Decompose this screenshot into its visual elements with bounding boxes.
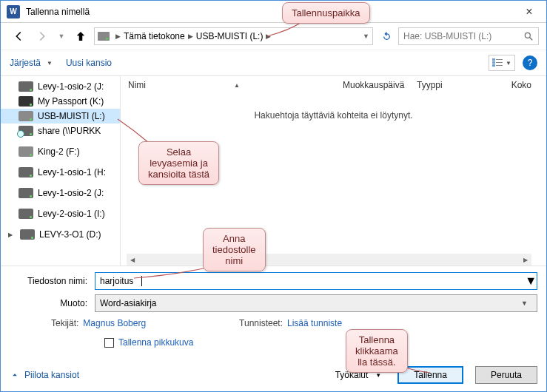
drive-icon [19, 167, 33, 178]
network-drive-icon [19, 126, 33, 136]
drive-icon [19, 81, 33, 92]
drive-icon [19, 146, 33, 157]
chevron-down-icon[interactable]: ▼ [517, 300, 532, 307]
chevron-up-icon [10, 370, 20, 380]
recent-dropdown[interactable]: ▼ [56, 27, 67, 45]
column-headers[interactable]: Nimi▲ Muokkauspäivä Tyyppi Koko [121, 76, 546, 94]
breadcrumb-dropdown[interactable]: ▼ [363, 33, 369, 40]
sidebar-item[interactable]: Levy-1-osio-2 (J: [1, 79, 120, 94]
cancel-button[interactable]: Peruuta [475, 366, 537, 384]
filename-label: Tiedoston nimi: [10, 276, 95, 286]
view-mode-button[interactable]: ▼ [489, 55, 515, 71]
usb-drive-icon [19, 111, 33, 121]
forward-button[interactable] [32, 27, 53, 45]
chevron-down-icon[interactable]: ▼ [525, 274, 537, 288]
drive-icon [98, 32, 110, 41]
arrow-right-icon [36, 30, 49, 43]
main-area: Levy-1-osio-2 (J: My Passport (K:) USB-M… [1, 76, 546, 266]
search-input[interactable]: Hae: USB-MUISTI (L:) [398, 27, 539, 45]
help-button[interactable]: ? [523, 55, 537, 70]
authors-value[interactable]: Magnus Boberg [83, 318, 146, 328]
back-button[interactable] [8, 27, 29, 45]
close-button[interactable]: × [518, 5, 540, 18]
callout-name: Annatiedostollenimi [203, 228, 266, 271]
word-icon: W [7, 5, 20, 18]
text-cursor [141, 276, 142, 286]
svg-point-0 [525, 33, 530, 38]
horizontal-scrollbar[interactable]: ◀ ▶ [127, 254, 531, 266]
svg-rect-3 [496, 59, 503, 60]
list-view-icon [492, 58, 503, 67]
column-size[interactable]: Koko [504, 80, 546, 90]
sidebar[interactable]: Levy-1-osio-2 (J: My Passport (K:) USB-M… [1, 76, 121, 266]
titlebar: W Tallenna nimellä × [1, 1, 546, 23]
sidebar-item[interactable]: My Passport (K:) [1, 94, 120, 109]
column-type[interactable]: Tyyppi [409, 80, 469, 90]
format-value: Word-asiakirja [100, 298, 156, 308]
window-title: Tallenna nimellä [26, 7, 518, 17]
chevron-right-icon: ▶ [188, 33, 193, 40]
drive-icon [19, 209, 33, 219]
svg-rect-7 [496, 65, 503, 66]
navbar: ▼ ▶ Tämä tietokone ▶ USB-MUISTI (L:) ▶ ▼… [1, 23, 546, 50]
newfolder-button[interactable]: Uusi kansio [66, 58, 112, 68]
footer: Piilota kansiot Työkalut▼ Tallenna Peruu… [1, 359, 546, 391]
up-button[interactable] [70, 27, 91, 45]
sidebar-item[interactable]: share (\\PURKK [1, 124, 120, 138]
column-name[interactable]: Nimi▲ [121, 80, 335, 90]
callout-location: Tallennuspaikka [282, 2, 370, 24]
chevron-right-icon: ▶ [266, 33, 271, 40]
callout-browse: Selaalevyasemia jakansioita tästä [138, 141, 219, 185]
scroll-left-icon[interactable]: ◀ [127, 254, 138, 266]
sort-indicator-icon: ▲ [234, 82, 240, 89]
arrow-left-icon [12, 30, 25, 43]
sidebar-item[interactable]: King-2 (F:) [1, 144, 120, 159]
refresh-button[interactable] [377, 31, 395, 42]
format-select[interactable]: Word-asiakirja ▼ [95, 294, 537, 312]
breadcrumb-part[interactable]: USB-MUISTI (L:) [196, 31, 264, 41]
drive-icon [20, 229, 35, 240]
format-label: Muoto: [10, 298, 95, 308]
empty-message: Hakuehtoja täyttäviä kohteita ei löytyny… [121, 110, 546, 121]
arrow-up-icon [74, 30, 87, 43]
search-icon [523, 31, 534, 41]
drive-icon [19, 188, 33, 198]
sidebar-item-selected[interactable]: USB-MUISTI (L:) [1, 109, 120, 124]
filename-input[interactable] [95, 273, 525, 289]
authors-label: Tekijät: [51, 318, 78, 328]
sidebar-item[interactable]: Levy-1-osio-2 (J: [1, 186, 120, 200]
thumbnail-checkbox[interactable] [104, 338, 114, 348]
breadcrumb[interactable]: ▶ Tämä tietokone ▶ USB-MUISTI (L:) ▶ ▼ [94, 27, 373, 45]
toolbar: Järjestä▼ Uusi kansio ▼ ? [1, 50, 546, 76]
scroll-track[interactable] [138, 254, 520, 266]
thumbnail-label[interactable]: Tallenna pikkukuva [118, 337, 193, 348]
organize-button[interactable]: Järjestä▼ [10, 58, 53, 68]
search-placeholder: Hae: USB-MUISTI (L:) [403, 31, 491, 41]
tags-label: Tunnisteet: [239, 318, 283, 328]
sidebar-item[interactable]: Levy-1-osio-1 (H: [1, 165, 120, 180]
svg-rect-5 [496, 62, 503, 63]
sidebar-item[interactable]: Levy-2-osio-1 (I:) [1, 206, 120, 221]
hide-folders-button[interactable]: Piilota kansiot [10, 370, 79, 380]
breadcrumb-part[interactable]: Tämä tietokone [124, 31, 185, 41]
svg-rect-2 [492, 58, 495, 61]
tags-value[interactable]: Lisää tunniste [287, 318, 342, 328]
callout-save: Tallennaklikkaamalla tässä. [346, 329, 408, 373]
column-date[interactable]: Muokkauspäivä [335, 80, 409, 90]
drive-icon [19, 96, 33, 107]
sidebar-item[interactable]: ▶LEVY-3-O1 (D:) [1, 227, 120, 242]
scroll-right-icon[interactable]: ▶ [520, 254, 531, 266]
chevron-right-icon: ▶ [115, 33, 121, 40]
form-area: Tiedoston nimi: ▼ Muoto: Word-asiakirja … [1, 266, 546, 355]
svg-line-1 [530, 38, 533, 41]
svg-rect-6 [492, 64, 495, 67]
filename-input-wrap[interactable]: ▼ [95, 272, 537, 290]
svg-rect-4 [492, 61, 495, 64]
